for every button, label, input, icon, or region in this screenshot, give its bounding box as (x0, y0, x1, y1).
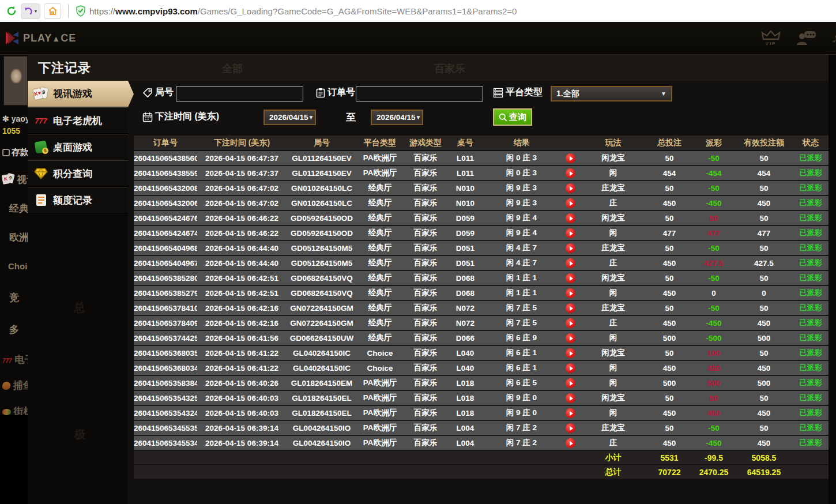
search-button[interactable]: 查询 (493, 108, 532, 126)
menu-item-slots[interactable]: 777 电子老虎机 (28, 107, 128, 134)
play-video-icon[interactable] (566, 348, 575, 358)
play-video-icon[interactable] (566, 363, 575, 373)
play-video-icon[interactable] (566, 408, 575, 418)
quota-document-icon (33, 193, 48, 207)
date-from-select[interactable]: 2026/04/15▼ (263, 110, 316, 125)
cell-table-no: L004 (448, 420, 483, 435)
cell-round-id: GN072264150GM (287, 315, 357, 330)
vip-button[interactable]: VIP (761, 31, 781, 46)
order-number-label: 订单号 (316, 86, 355, 99)
cell-order-id: 260415065385280 (134, 270, 197, 285)
play-video-icon[interactable] (566, 213, 575, 223)
play-video-icon[interactable] (566, 318, 575, 328)
address-bar[interactable]: https://www.cmpvip93.com/Games/G_Loading… (89, 6, 517, 16)
cell-status: 已派彩 (793, 166, 829, 180)
cell-platform: PA欧洲厅 (357, 420, 403, 435)
play-video-icon[interactable] (566, 228, 575, 238)
sidebar-item-fishing[interactable]: 捕鱼王 (2, 379, 28, 392)
col-order: 订单号 (134, 136, 197, 151)
play-video-icon[interactable] (566, 333, 575, 343)
play-video-icon[interactable] (566, 273, 575, 283)
cell-valid-bet: 477 (735, 225, 793, 240)
sidebar-item-europe[interactable]: 欧洲 (9, 231, 28, 244)
cell-order-id: 260415065378409 (134, 315, 197, 330)
play-video-icon[interactable] (566, 393, 575, 403)
platform-type-select[interactable]: 1.全部▼ (551, 86, 672, 101)
cell-order-id: 260415065354325 (134, 390, 197, 405)
cell-platform: PA欧洲厅 (357, 390, 403, 405)
play-video-icon[interactable] (566, 303, 575, 313)
cell-game-type: 百家乐 (403, 225, 448, 240)
back-dropdown-arrow[interactable]: ▼ (34, 9, 38, 13)
table-row: 2604150653852802026-04-15 06:42:51GD0682… (134, 270, 829, 285)
play-video-icon[interactable] (566, 378, 575, 388)
sidebar-item-slots[interactable]: 777 电子游戏 (2, 353, 28, 366)
cell-total-bet: 454 (646, 166, 692, 180)
cell-payout: 450 (692, 405, 735, 420)
cell-round-id: GD066264150UW (287, 330, 357, 345)
cell-game-type: 百家乐 (403, 195, 448, 210)
play-video-icon[interactable] (566, 423, 575, 433)
cell-round-id: GD068264150VQ (287, 285, 357, 300)
cell-play-type: 庄龙宝 (580, 180, 646, 195)
date-to-value: 2026/04/15 (376, 113, 416, 122)
cell-game-type: 百家乐 (403, 285, 448, 300)
date-to-select[interactable]: 2026/04/15▼ (371, 110, 423, 125)
cell-status: 已派彩 (793, 180, 829, 195)
menu-item-quota-records[interactable]: 额度记录 (28, 187, 128, 213)
menu-item-points-query[interactable]: 积分查询 (28, 160, 128, 187)
cell-round-id: GL004264150IO (287, 435, 357, 450)
cell-replay (560, 240, 580, 255)
play-video-icon[interactable] (566, 438, 575, 448)
cell-total-bet: 50 (646, 420, 692, 435)
panel-title-bar: 下注记录 全部 百家乐 (28, 55, 829, 81)
cell-valid-bet: 50 (735, 180, 793, 195)
cell-round-id: GD051264150M5 (287, 240, 357, 255)
sidebar-item-video[interactable]: 9K视讯 (2, 173, 28, 186)
round-number-input[interactable] (176, 86, 303, 101)
music-icon[interactable]: ♪ (831, 30, 836, 46)
cell-result: 闲 7 庄 5 (483, 300, 560, 315)
cell-platform: 经典厅 (357, 195, 403, 210)
table-row: 2604150653680342026-04-15 06:41:22GL0402… (134, 360, 829, 375)
sidebar-item-compete[interactable]: 竞 (9, 291, 19, 304)
play-video-icon[interactable] (566, 168, 575, 178)
cell-replay (560, 360, 580, 375)
home-button[interactable] (44, 3, 61, 19)
cell-round-id: GD051264150M5 (287, 255, 357, 270)
cell-platform: PA欧洲厅 (357, 405, 403, 420)
table-row: 2604150654320082026-04-15 06:47:02GN0102… (134, 180, 829, 195)
cell-round-id: GL004264150IO (287, 420, 357, 435)
cell-bet-time: 2026-04-15 06:42:16 (197, 300, 287, 315)
cell-status: 已派彩 (793, 330, 829, 345)
cell-status: 已派彩 (793, 360, 829, 375)
cell-replay (560, 405, 580, 420)
cell-bet-time: 2026-04-15 06:42:51 (197, 270, 287, 285)
cell-total-bet: 50 (646, 270, 692, 285)
cell-game-type: 百家乐 (403, 405, 448, 420)
cell-result: 闲 9 庄 4 (483, 225, 560, 240)
play-video-icon[interactable] (566, 198, 575, 208)
menu-item-video-games[interactable]: 9K♥ 视讯游戏 (28, 81, 134, 107)
play-video-icon[interactable] (566, 153, 575, 163)
back-button[interactable]: ▼ (21, 3, 40, 19)
cell-order-id: 260415065358384 (134, 375, 197, 390)
cell-round-id: GD059264150OD (287, 210, 357, 225)
menu-item-table-games[interactable]: 桌面游戏 (28, 134, 128, 160)
play-video-icon[interactable] (566, 258, 575, 268)
order-number-input[interactable] (356, 86, 483, 101)
sidebar-item-multi[interactable]: 多 (9, 323, 19, 336)
support-chat-button[interactable] (796, 31, 816, 46)
play-video-icon[interactable] (566, 288, 575, 298)
play-video-icon[interactable] (566, 243, 575, 253)
sidebar-item-choice[interactable]: Choice (8, 261, 28, 271)
play-video-icon[interactable] (566, 183, 575, 193)
cell-play-type: 闲 (580, 405, 646, 420)
deposit-link[interactable]: 存款 (2, 147, 28, 158)
cell-play-type: 闲 (580, 166, 646, 180)
cell-bet-time: 2026-04-15 06:40:03 (197, 405, 287, 420)
cell-payout: 450 (692, 360, 735, 375)
sidebar-item-classic[interactable]: 经典 (9, 202, 28, 215)
reload-button[interactable] (6, 3, 17, 19)
cell-total-bet: 450 (646, 315, 692, 330)
